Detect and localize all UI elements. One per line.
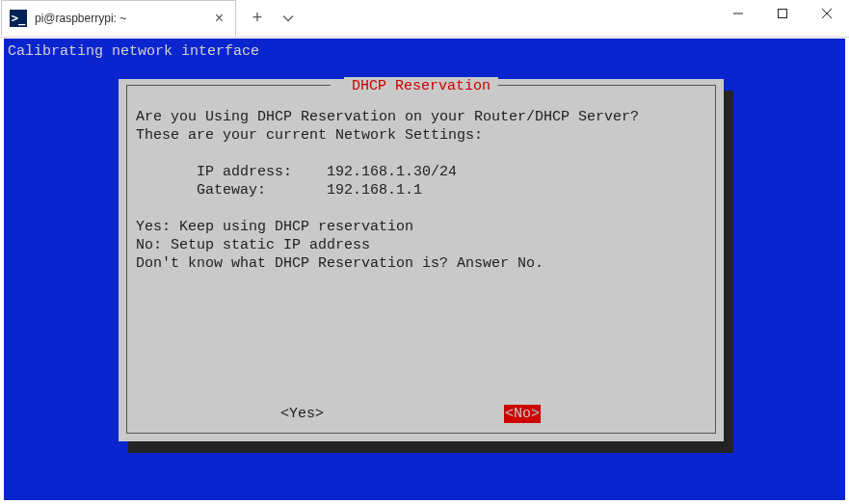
dialog-text-line: Are you Using DHCP Reservation on your R… xyxy=(136,109,639,125)
dialog-border xyxy=(126,85,127,434)
terminal-status-line: Calibrating network interface xyxy=(4,39,845,61)
tab-title: pi@raspberrypi: ~ xyxy=(35,12,211,25)
ip-address-value: 192.168.1.30/24 xyxy=(327,164,457,180)
window-title-bar: >_ pi@raspberrypi: ~ × + xyxy=(0,0,849,38)
new-tab-button[interactable]: + xyxy=(243,0,272,36)
dialog-border xyxy=(715,85,716,434)
gateway-value: 192.168.1.1 xyxy=(327,182,422,199)
option-no-hint: No: Setup static IP address xyxy=(136,237,370,253)
ip-address-label: IP address: xyxy=(136,164,327,180)
tab-close-button[interactable]: × xyxy=(211,11,227,26)
dhcp-reservation-dialog: DHCP Reservation Are you Using DHCP Rese… xyxy=(119,79,724,441)
gateway-label: Gateway: xyxy=(136,182,327,199)
yes-button[interactable]: <Yes> xyxy=(280,405,324,423)
dialog-button-row: <Yes> <No> xyxy=(119,405,724,424)
dialog-border xyxy=(494,85,716,86)
minimize-button[interactable] xyxy=(716,0,760,27)
dialog-border xyxy=(126,85,331,86)
dialog-text-line: These are your current Network Settings: xyxy=(136,127,483,144)
tab-active[interactable]: >_ pi@raspberrypi: ~ × xyxy=(1,0,236,36)
chevron-down-icon xyxy=(282,13,294,24)
option-dontknow-hint: Don't know what DHCP Reservation is? Ans… xyxy=(136,255,544,272)
window-controls xyxy=(716,0,849,27)
dialog-title: DHCP Reservation xyxy=(344,77,498,95)
tab-dropdown-button[interactable] xyxy=(274,0,303,36)
close-window-button[interactable] xyxy=(805,0,849,27)
terminal-pane[interactable]: Calibrating network interface DHCP Reser… xyxy=(4,39,845,500)
dialog-body: Are you Using DHCP Reservation on your R… xyxy=(136,108,706,395)
option-yes-hint: Yes: Keep using DHCP reservation xyxy=(136,219,413,235)
maximize-button[interactable] xyxy=(760,0,805,27)
no-button[interactable]: <No> xyxy=(504,405,541,423)
svg-rect-1 xyxy=(779,10,787,18)
powershell-icon: >_ xyxy=(10,10,27,27)
dialog-border xyxy=(126,433,716,434)
